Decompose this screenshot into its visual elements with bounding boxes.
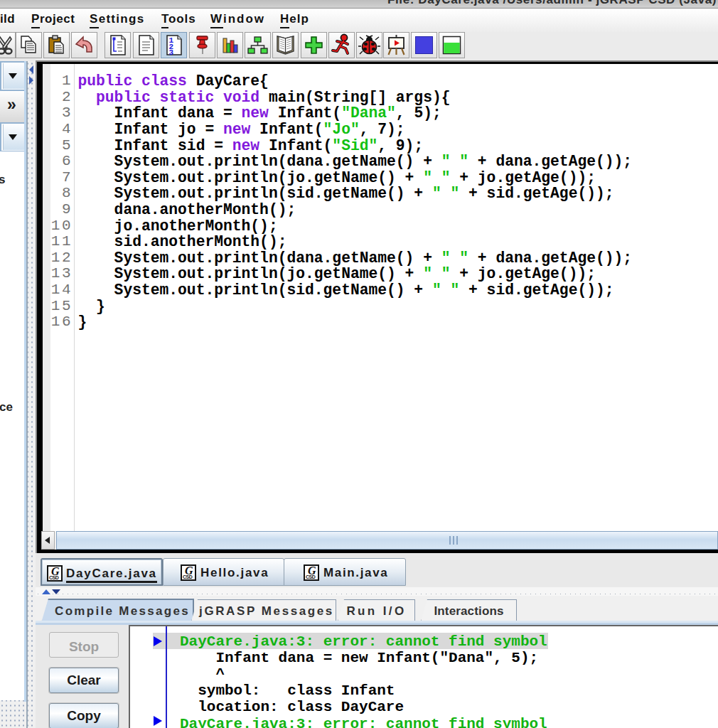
svg-text:3: 3 [169,48,174,57]
